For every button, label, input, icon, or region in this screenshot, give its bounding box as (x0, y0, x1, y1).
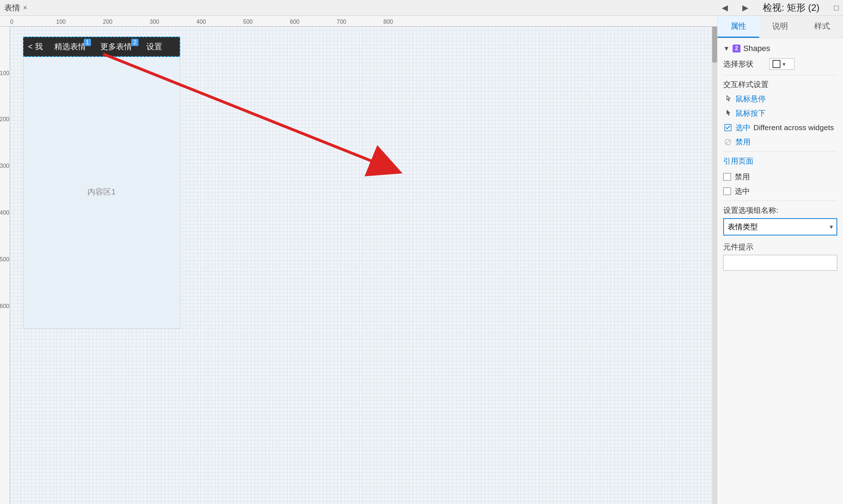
ruler-tick-700: 700 (337, 19, 346, 25)
tab-description[interactable]: 说明 (759, 16, 801, 38)
main-layout: 0 100 200 300 400 500 600 700 800 100 20… (0, 16, 843, 504)
option-group-dropdown-icon: ▾ (830, 223, 833, 231)
select-row: 选中 Different across widgets (723, 123, 837, 133)
canvas-grid[interactable]: < 我 精选表情 1 更多表情 2 设置 内容区1 (10, 27, 717, 504)
hover-link[interactable]: 鼠标悬停 (735, 94, 766, 104)
select-icon (723, 123, 733, 132)
tooltip-label: 元件提示 (723, 242, 837, 252)
select-link[interactable]: 选中 (735, 123, 751, 133)
ruler-tick-200: 200 (103, 19, 113, 25)
click-link[interactable]: 鼠标按下 (735, 108, 766, 118)
top-bar-right: ◀ ▶ 检视: 矩形 (2) □ (722, 1, 839, 14)
top-bar: 表情 × ◀ ▶ 检视: 矩形 (2) □ (0, 0, 843, 16)
shape-selector[interactable]: ▾ (769, 58, 794, 70)
canvas-area: 0 100 200 300 400 500 600 700 800 100 20… (0, 16, 717, 504)
ruler-top: 0 100 200 300 400 500 600 700 800 (0, 16, 717, 27)
nav-back-button[interactable]: < 我 (28, 41, 43, 52)
option-group-label: 设置选项组名称: (723, 205, 837, 215)
content-area-label: 内容区1 (87, 187, 115, 197)
checkbox-select-label: 选中 (735, 186, 750, 196)
nav-tab-badge-1: 1 (84, 39, 91, 46)
close-icon[interactable]: × (23, 4, 27, 12)
tab-style[interactable]: 样式 (801, 16, 843, 38)
nav-tab-more[interactable]: 更多表情 2 (93, 37, 139, 56)
ruler-left: 100 200 300 400 500 600 (0, 27, 10, 504)
select-shape-row: 选择形状 ▾ (723, 58, 837, 70)
divider-1 (723, 75, 837, 75)
page-title: 检视: 矩形 (2) (763, 1, 819, 14)
nav-bar-inner: < 我 精选表情 1 更多表情 2 设置 (24, 37, 179, 56)
nav-tab-featured[interactable]: 精选表情 1 (47, 37, 93, 56)
content-area-1: 内容区1 (23, 55, 180, 329)
forward-nav-icon[interactable]: ▶ (742, 3, 748, 13)
ruler-left-tick-600: 600 (0, 303, 9, 310)
ruler-tick-400: 400 (196, 19, 206, 25)
select-desc: Different across widgets (753, 123, 834, 132)
svg-line-3 (726, 140, 730, 144)
ruler-tick-600: 600 (290, 19, 300, 25)
ruler-tick-300: 300 (150, 19, 159, 25)
hover-row: 鼠标悬停 (723, 94, 837, 104)
interaction-section-title: 交互样式设置 (723, 79, 837, 90)
checkbox-select[interactable] (723, 187, 731, 195)
click-row: 鼠标按下 (723, 108, 837, 118)
ruler-left-content: 100 200 300 400 500 600 (0, 27, 10, 504)
ruler-left-tick-300: 300 (0, 163, 9, 169)
ruler-tick-500: 500 (243, 19, 253, 25)
divider-3 (723, 201, 837, 201)
tooltip-input[interactable] (723, 255, 837, 271)
panel-tabs: 属性 说明 样式 (717, 16, 843, 38)
disable-link[interactable]: 禁用 (735, 137, 751, 147)
checkbox-disable-label: 禁用 (735, 172, 750, 182)
shapes-section-header: ▼ 2 Shapes (723, 44, 837, 53)
shapes-title: Shapes (743, 44, 770, 53)
nav-bar-widget[interactable]: < 我 精选表情 1 更多表情 2 设置 (23, 37, 180, 57)
ruler-tick-100: 100 (56, 19, 66, 25)
checkbox-disable-row: 禁用 (723, 172, 837, 182)
ruler-left-tick-100: 100 (0, 70, 9, 77)
right-panel: 属性 说明 样式 ▼ 2 Shapes 选择形状 ▾ 交互样式设置 (717, 16, 843, 504)
canvas-scrollbar-thumb[interactable] (712, 27, 717, 63)
back-nav-icon[interactable]: ◀ (722, 3, 728, 13)
ruler-left-tick-200: 200 (0, 116, 9, 123)
shape-square-icon (773, 60, 780, 68)
tab-title: 表情 (4, 3, 20, 13)
divider-2 (723, 151, 837, 152)
canvas-scrollbar[interactable] (712, 27, 717, 504)
ruler-left-tick-500: 500 (0, 256, 9, 263)
ruler-tick-0: 0 (10, 19, 13, 25)
click-icon (723, 109, 733, 118)
ruler-top-content: 0 100 200 300 400 500 600 700 800 (10, 16, 717, 27)
disable-icon (723, 137, 733, 147)
nav-tab-settings[interactable]: 设置 (139, 37, 169, 56)
shapes-badge: 2 (733, 45, 741, 52)
ruler-tick-800: 800 (383, 19, 393, 25)
collapse-icon[interactable]: ▼ (723, 45, 730, 52)
shape-dropdown-icon: ▾ (783, 61, 785, 68)
doc-icon[interactable]: □ (834, 3, 839, 13)
hover-icon (723, 94, 733, 104)
select-shape-label: 选择形状 (723, 59, 766, 69)
nav-tab-badge-2: 2 (131, 39, 138, 46)
checkbox-disable[interactable] (723, 173, 731, 181)
option-group-input[interactable]: 表情类型 ▾ (723, 218, 837, 235)
checkbox-select-row: 选中 (723, 186, 837, 196)
tab-properties[interactable]: 属性 (717, 16, 759, 38)
ref-link[interactable]: 引用页面 (723, 156, 837, 166)
option-group-value: 表情类型 (728, 222, 758, 232)
panel-content: ▼ 2 Shapes 选择形状 ▾ 交互样式设置 鼠标悬停 (717, 38, 843, 504)
disable-row: 禁用 (723, 137, 837, 147)
ruler-left-tick-400: 400 (0, 210, 9, 216)
